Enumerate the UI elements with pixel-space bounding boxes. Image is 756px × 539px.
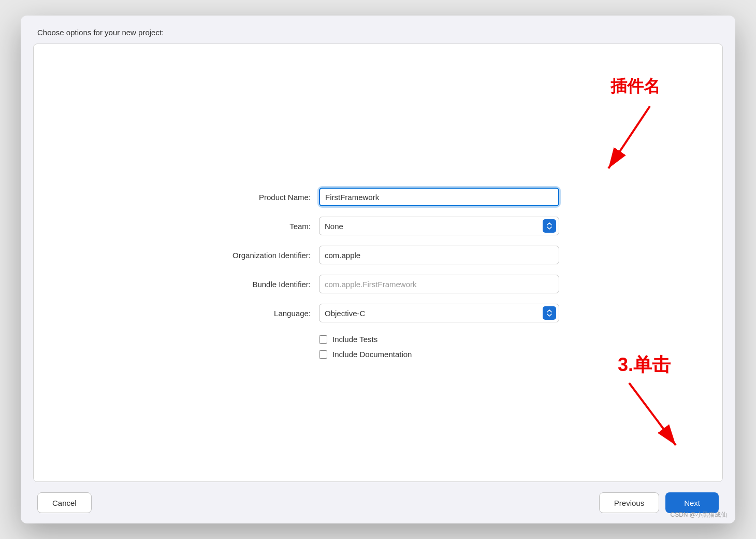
- product-name-row: Product Name:: [197, 188, 559, 206]
- product-name-label: Product Name:: [197, 193, 311, 202]
- bundle-identifier-row: Bundle Identifier: com.apple.FirstFramew…: [197, 275, 559, 293]
- language-select-wrapper: Objective-C Swift: [319, 304, 559, 322]
- form-container: Product Name: Team: None: [197, 188, 559, 359]
- dialog-title: Choose options for your new project:: [37, 28, 164, 37]
- language-select[interactable]: Objective-C Swift: [319, 304, 559, 322]
- dialog-header: Choose options for your new project:: [21, 16, 735, 44]
- include-tests-checkbox[interactable]: [319, 335, 327, 344]
- team-row: Team: None: [197, 217, 559, 235]
- product-name-input[interactable]: [319, 188, 559, 206]
- annotation-step-label: 3.单击: [618, 352, 671, 378]
- cancel-button[interactable]: Cancel: [37, 492, 92, 513]
- annotation-plugin-arrow: [593, 101, 676, 184]
- include-documentation-checkbox[interactable]: [319, 350, 327, 359]
- dialog-content: 插件名 Product Name: Team: None: [33, 44, 723, 482]
- team-label: Team:: [197, 222, 311, 231]
- include-documentation-label: Include Documentation: [332, 350, 412, 359]
- org-identifier-input[interactable]: [319, 246, 559, 264]
- org-identifier-label: Organization Identifier:: [197, 251, 311, 260]
- svg-line-3: [629, 383, 676, 445]
- language-row: Language: Objective-C Swift: [197, 304, 559, 322]
- team-select-wrapper: None: [319, 217, 559, 235]
- previous-button[interactable]: Previous: [599, 492, 659, 513]
- watermark: CSDN @小黑猫成仙: [670, 510, 727, 519]
- language-label: Language:: [197, 309, 311, 318]
- annotation-plugin-label: 插件名: [610, 75, 660, 98]
- checkboxes-container: Include Tests Include Documentation: [197, 335, 559, 359]
- org-identifier-row: Organization Identifier:: [197, 246, 559, 264]
- bundle-identifier-value: com.apple.FirstFramework: [319, 275, 559, 293]
- include-tests-label: Include Tests: [332, 335, 377, 344]
- next-button[interactable]: Next: [665, 492, 719, 513]
- include-documentation-row: Include Documentation: [319, 350, 559, 359]
- include-tests-row: Include Tests: [319, 335, 559, 344]
- annotation-next-arrow: [588, 378, 691, 461]
- svg-line-1: [608, 106, 650, 168]
- project-options-dialog: Choose options for your new project: 插件名…: [21, 16, 735, 523]
- footer-right-buttons: Previous Next: [599, 492, 719, 513]
- dialog-footer: Cancel Previous Next: [21, 482, 735, 523]
- team-select[interactable]: None: [319, 217, 559, 235]
- bundle-identifier-label: Bundle Identifier:: [197, 280, 311, 289]
